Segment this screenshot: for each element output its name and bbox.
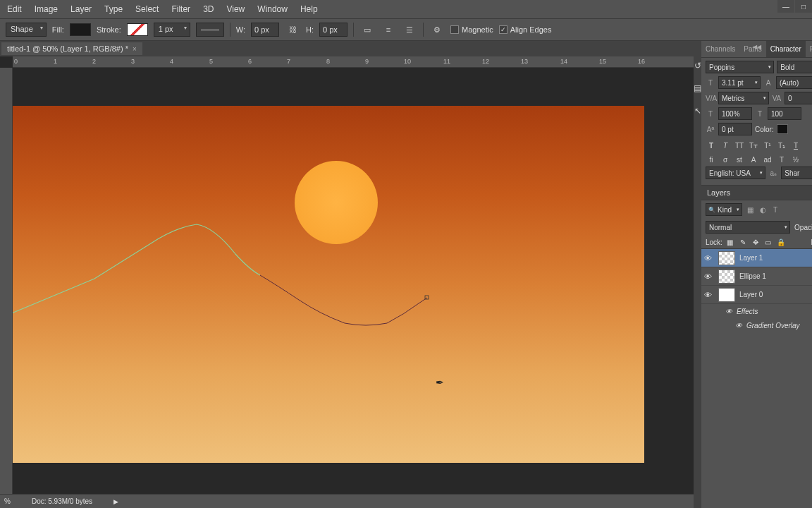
- visibility-toggle-icon[interactable]: 👁: [701, 291, 714, 299]
- layer-effect-item[interactable]: 👁 Gradient Overlay: [701, 318, 812, 332]
- minimize-button[interactable]: —: [777, 0, 794, 13]
- collapse-panels-icon[interactable]: ◀◀: [753, 44, 761, 50]
- layer-thumbnail[interactable]: [718, 270, 735, 284]
- opacity-label: Opacity: [794, 224, 812, 231]
- menu-layer[interactable]: Layer: [70, 4, 92, 14]
- font-family-select[interactable]: Poppins: [706, 61, 774, 73]
- menu-select[interactable]: Select: [135, 4, 159, 14]
- italic-button[interactable]: T: [720, 140, 731, 151]
- subscript-button[interactable]: T₁: [776, 140, 787, 151]
- ordinals-button[interactable]: T: [776, 154, 787, 165]
- width-field[interactable]: 0 px: [251, 23, 279, 37]
- layer-thumbnail[interactable]: [718, 288, 735, 302]
- tracking-field[interactable]: 0: [785, 92, 812, 104]
- language-select[interactable]: English: USA: [706, 167, 765, 179]
- gear-icon[interactable]: ⚙: [429, 22, 445, 37]
- baseline-field[interactable]: 0 pt: [718, 123, 752, 135]
- options-bar: Shape Fill: Stroke: 1 px W: 0 px ⛓ H: 0 …: [0, 18, 812, 41]
- close-tab-icon[interactable]: ×: [133, 45, 137, 53]
- leading-field[interactable]: (Auto): [776, 76, 812, 89]
- vscale-field[interactable]: 100%: [718, 107, 752, 120]
- link-wh-icon[interactable]: ⛓: [285, 22, 300, 37]
- layer-filter-select[interactable]: Kind: [706, 203, 742, 216]
- fractions-button[interactable]: ½: [790, 154, 801, 165]
- status-arrow-icon[interactable]: ▶: [113, 498, 118, 505]
- maximize-button[interactable]: □: [795, 0, 812, 13]
- ligatures-button[interactable]: fi: [706, 154, 717, 165]
- visibility-toggle-icon[interactable]: 👁: [701, 272, 714, 281]
- menu-type[interactable]: Type: [104, 4, 123, 14]
- swash-button[interactable]: A: [748, 154, 759, 165]
- hscale-field[interactable]: 100: [768, 107, 801, 120]
- magnetic-checkbox[interactable]: Magnetic: [450, 25, 493, 34]
- layer-thumbnail[interactable]: [718, 251, 735, 265]
- align-edges-label: Align Edges: [510, 25, 552, 34]
- menu-edit[interactable]: Edit: [7, 4, 22, 14]
- antialias-select[interactable]: Shar: [781, 167, 812, 179]
- zoom-level[interactable]: %: [4, 497, 11, 505]
- lock-transparent-icon[interactable]: ▦: [725, 237, 735, 247]
- smallcaps-button[interactable]: Tᴛ: [748, 140, 759, 151]
- tab-character[interactable]: Character: [766, 41, 806, 57]
- properties-icon[interactable]: ▤: [694, 83, 701, 93]
- lock-all-icon[interactable]: 🔒: [776, 237, 786, 247]
- underline-button[interactable]: T: [790, 140, 801, 151]
- filter-type-icon[interactable]: T: [770, 205, 780, 214]
- menu-3d[interactable]: 3D: [203, 4, 214, 14]
- allcaps-button[interactable]: TT: [734, 140, 745, 151]
- align-edges-checkbox[interactable]: Align Edges: [499, 25, 552, 34]
- document-tab[interactable]: titled-1 @ 50% (Layer 1, RGB/8#) * ×: [1, 42, 142, 55]
- kerning-select[interactable]: Metrics: [718, 92, 769, 104]
- oldstyle-button[interactable]: σ: [720, 154, 731, 165]
- fx-visibility-icon[interactable]: 👁: [725, 308, 732, 315]
- lock-artboard-icon[interactable]: ▭: [763, 237, 773, 247]
- path-ops-icon[interactable]: ▭: [359, 22, 375, 37]
- stroke-width-select[interactable]: 1 px: [154, 23, 190, 37]
- canvas-area[interactable]: ✒: [13, 68, 694, 494]
- stroke-style-select[interactable]: [196, 23, 224, 37]
- stylistic-button[interactable]: st: [734, 154, 745, 165]
- tab-paragraph[interactable]: Pa: [806, 41, 812, 57]
- text-color-swatch[interactable]: [777, 124, 788, 134]
- layer-name[interactable]: Layer 1: [739, 254, 763, 262]
- bold-button[interactable]: T: [706, 140, 717, 151]
- doc-info[interactable]: Doc: 5.93M/0 bytes: [32, 497, 92, 505]
- lock-position-icon[interactable]: ✥: [751, 237, 761, 247]
- fill-swatch[interactable]: [70, 23, 91, 36]
- filter-pixel-icon[interactable]: ▦: [745, 205, 755, 214]
- tab-channels[interactable]: Channels: [701, 41, 739, 57]
- layers-panel-header[interactable]: Layers: [701, 185, 812, 200]
- layer-row[interactable]: 👁 Layer 0: [701, 286, 812, 304]
- canvas[interactable]: [13, 106, 644, 463]
- stroke-swatch[interactable]: [127, 23, 148, 36]
- titling-button[interactable]: ad: [762, 154, 773, 165]
- arrow-icon[interactable]: ↖: [694, 106, 701, 116]
- layer-row[interactable]: 👁 Ellipse 1: [701, 267, 812, 286]
- divider: [230, 23, 230, 37]
- visibility-toggle-icon[interactable]: 👁: [701, 254, 714, 262]
- path-arrange-icon[interactable]: ☰: [402, 22, 417, 37]
- superscript-button[interactable]: T¹: [762, 140, 773, 151]
- path-drawing: [13, 106, 644, 463]
- menu-help[interactable]: Help: [300, 4, 318, 14]
- blend-mode-select[interactable]: Normal: [706, 221, 790, 234]
- ruler-tick: 15: [599, 58, 606, 65]
- lock-pixels-icon[interactable]: ✎: [738, 237, 748, 247]
- menu-filter[interactable]: Filter: [171, 4, 190, 14]
- fx-visibility-icon[interactable]: 👁: [735, 322, 742, 329]
- filter-adjust-icon[interactable]: ◐: [758, 205, 768, 214]
- layer-effects-row[interactable]: 👁 Effects: [701, 304, 812, 318]
- layer-name[interactable]: Ellipse 1: [739, 272, 766, 280]
- menu-window[interactable]: Window: [257, 4, 288, 14]
- menu-image[interactable]: Image: [35, 4, 58, 14]
- path-align-icon[interactable]: ≡: [381, 22, 396, 37]
- color-label: Color:: [755, 126, 774, 133]
- font-size-field[interactable]: 3.11 pt: [718, 76, 761, 89]
- menu-view[interactable]: View: [226, 4, 245, 14]
- font-style-select[interactable]: Bold: [777, 61, 812, 73]
- layer-row[interactable]: 👁 Layer 1: [701, 249, 812, 267]
- layer-name[interactable]: Layer 0: [739, 291, 763, 298]
- history-icon[interactable]: ↺: [694, 61, 701, 71]
- height-field[interactable]: 0 px: [319, 23, 347, 37]
- tool-mode-select[interactable]: Shape: [6, 23, 47, 37]
